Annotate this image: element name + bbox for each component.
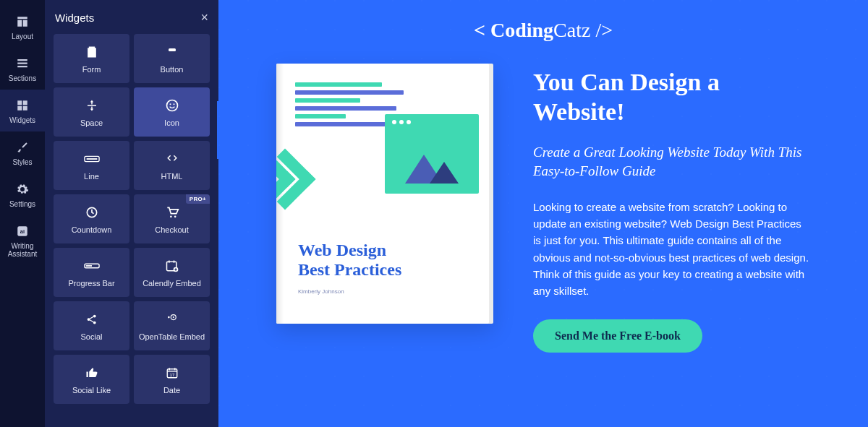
ai-icon: ai [15, 224, 30, 238]
brand-logo: < CodingCatz /> [255, 19, 832, 42]
svg-point-9 [170, 215, 172, 217]
nav-styles[interactable]: Styles [0, 131, 45, 173]
svg-point-3 [166, 100, 177, 111]
subheadline: Create a Great Looking Website Today Wit… [533, 143, 810, 181]
opentable-icon [164, 311, 180, 327]
widget-grid: Form Button Space Icon Line HTML Countdo… [54, 34, 210, 404]
nav-label: Writing Assistant [0, 242, 45, 258]
nav-label: Styles [12, 158, 32, 166]
cart-icon [164, 204, 180, 220]
panel-title: Widgets [55, 12, 94, 24]
clock-icon [84, 204, 100, 220]
smiley-icon [164, 98, 180, 113]
widget-label: Form [82, 65, 101, 74]
nav-widgets[interactable]: Widgets [0, 90, 45, 131]
widget-social[interactable]: Social [54, 301, 129, 350]
svg-point-5 [173, 103, 174, 105]
nav-layout[interactable]: Layout [0, 6, 45, 48]
clipboard-icon [84, 44, 100, 60]
nav-rail: Layout Sections Widgets Styles Settings … [0, 0, 45, 427]
book-author: Kimberly Johnson [298, 288, 344, 295]
widget-label: Progress Bar [68, 279, 114, 288]
share-icon [84, 311, 100, 327]
code-icon [164, 151, 180, 167]
widget-icon[interactable]: Icon [134, 87, 210, 137]
widget-button[interactable]: Button [134, 34, 210, 83]
nav-label: Widgets [9, 116, 35, 124]
calendar-icon: 17 [164, 365, 180, 381]
line-icon [84, 151, 100, 167]
progress-icon [84, 258, 100, 274]
widget-form[interactable]: Form [54, 34, 129, 83]
sections-icon [15, 56, 30, 71]
panel-header: Widgets × [54, 7, 210, 34]
brand-prefix: < Coding [474, 19, 553, 41]
gear-icon [15, 182, 30, 197]
widget-html[interactable]: HTML [134, 141, 210, 190]
brush-icon [15, 140, 30, 155]
widget-label: Calendly Embed [142, 279, 201, 288]
svg-point-4 [169, 103, 171, 105]
nav-settings[interactable]: Settings [0, 173, 45, 215]
nav-label: Sections [9, 74, 36, 82]
button-icon [164, 44, 180, 60]
svg-rect-7 [86, 158, 97, 160]
widget-label: OpenTable Embed [139, 332, 205, 341]
nav-label: Layout [12, 33, 33, 40]
hero-row: Web DesignBest Practices Kimberly Johnso… [255, 64, 832, 353]
widget-opentable[interactable]: OpenTable Embed [134, 301, 210, 350]
widget-countdown[interactable]: Countdown [54, 194, 129, 243]
widget-label: Checkout [155, 225, 188, 234]
widget-line[interactable]: Line [54, 141, 129, 190]
widget-social-like[interactable]: Social Like [54, 355, 129, 404]
svg-point-19 [172, 316, 174, 318]
chevron-graphic [276, 158, 343, 237]
thumb-up-icon [84, 365, 100, 381]
widget-label: Countdown [72, 225, 112, 234]
widget-date[interactable]: 17Date [134, 355, 210, 404]
widget-space[interactable]: Space [54, 87, 129, 137]
brand-suffix: Catz /> [553, 19, 613, 41]
svg-rect-12 [85, 265, 91, 267]
widget-calendly[interactable]: Calendly Embed [134, 248, 210, 297]
widget-progress-bar[interactable]: Progress Bar [54, 248, 129, 297]
nav-label: Settings [9, 200, 35, 208]
svg-point-20 [167, 316, 169, 318]
nav-writing-assistant[interactable]: ai Writing Assistant [0, 215, 45, 265]
widget-label: Social Like [72, 386, 111, 394]
body-text: Looking to create a website from scratch… [533, 199, 810, 300]
svg-text:ai: ai [20, 228, 25, 235]
layout-icon [15, 14, 30, 29]
widgets-icon [15, 98, 30, 113]
widget-label: HTML [161, 172, 183, 181]
headline: You Can Design a Website! [533, 68, 810, 127]
svg-rect-2 [169, 48, 176, 51]
book-title: Web DesignBest Practices [298, 241, 401, 280]
svg-text:17: 17 [169, 372, 174, 376]
nav-sections[interactable]: Sections [0, 48, 45, 90]
widget-label: Button [161, 65, 184, 74]
hero-copy: You Can Design a Website! Create a Great… [533, 64, 810, 353]
calendar-add-icon [164, 258, 180, 274]
widget-label: Social [81, 332, 103, 341]
canvas-preview[interactable]: < CodingCatz /> Web DesignBest Practices… [218, 0, 868, 427]
pro-badge: PRO+ [186, 194, 210, 204]
close-icon[interactable]: × [200, 10, 208, 25]
widgets-panel: Widgets × Form Button Space Icon Line HT… [45, 0, 218, 427]
widget-label: Space [80, 118, 103, 127]
ebook-cover: Web DesignBest Practices Kimberly Johnso… [276, 64, 493, 324]
widget-label: Date [163, 386, 180, 394]
space-icon [84, 98, 100, 113]
widget-label: Line [84, 172, 99, 181]
widget-label: Icon [164, 118, 179, 127]
cta-button[interactable]: Send Me the Free E-book [533, 319, 702, 353]
image-frame-graphic [385, 114, 479, 194]
widget-checkout[interactable]: PRO+Checkout [134, 194, 210, 243]
svg-point-10 [174, 215, 176, 217]
